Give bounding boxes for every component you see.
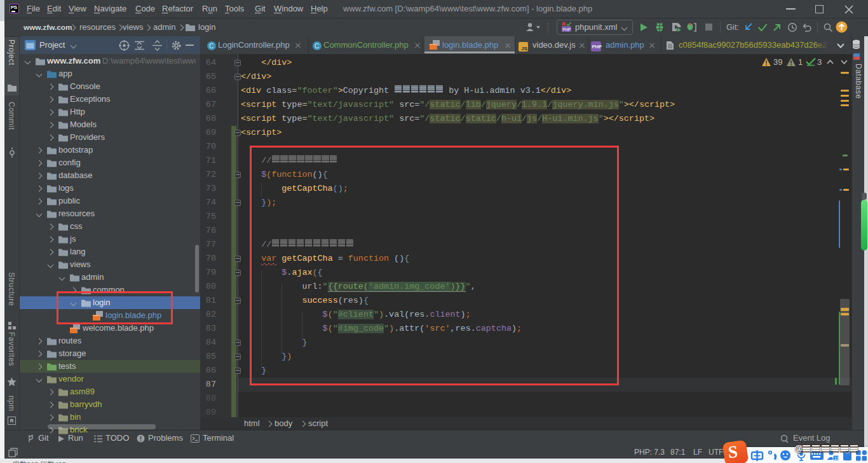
svg-text:19: 19 [834,456,839,460]
svg-text:C: C [209,43,214,50]
svg-text:C: C [315,43,319,50]
svg-text:PHP: PHP [562,27,571,32]
